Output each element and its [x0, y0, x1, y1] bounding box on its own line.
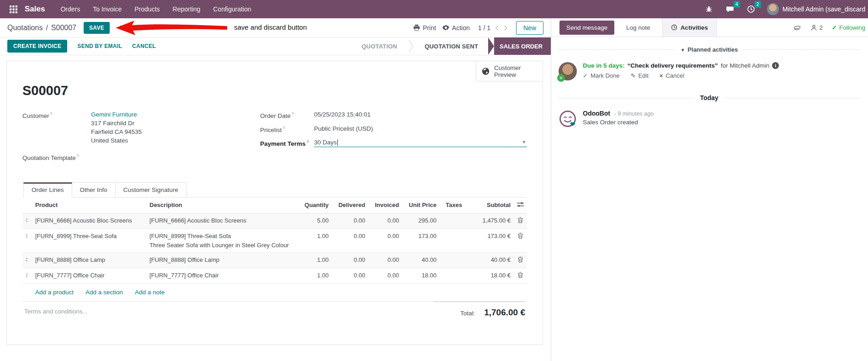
apps-grid-icon[interactable] [5, 0, 21, 18]
table-row[interactable]: ▲▼[FURN_7777] Office Chair[FURN_7777] Of… [22, 268, 527, 283]
globe-icon [482, 67, 490, 76]
col-quantity: Quantity [298, 197, 331, 213]
table-row[interactable]: ▲▼[FURN_8999] Three-Seat Sofa[FURN_8999]… [22, 228, 527, 252]
customer-preview-label: Customer Preview [494, 64, 537, 78]
followers-button[interactable]: 2 [810, 24, 822, 31]
followers-person-icon [810, 24, 817, 31]
total-value: 1,706.00 € [484, 308, 525, 318]
status-bar: CREATE INVOICE SEND BY EMAIL CANCEL QUOT… [0, 37, 551, 55]
cell-quantity: 5.00 [298, 213, 331, 228]
breadcrumb-quotations[interactable]: Quotations [7, 24, 43, 32]
nav-item-reporting[interactable]: Reporting [166, 1, 207, 17]
activity-due: Due in 5 days: [583, 62, 625, 69]
action-button[interactable]: Action [442, 24, 470, 32]
cancel-activity-button[interactable]: ×Cancel [660, 72, 684, 79]
delete-row-button[interactable] [513, 228, 527, 252]
order-title: S00007 [22, 83, 527, 98]
stage-sales-order[interactable]: SALES ORDER [494, 37, 551, 55]
attachments-button[interactable] [794, 24, 801, 32]
divider-line [743, 49, 860, 50]
save-button[interactable]: SAVE [84, 22, 110, 34]
nav-item-configuration[interactable]: Configuration [207, 1, 257, 17]
add-a-section-link[interactable]: Add a section [85, 289, 123, 296]
delete-row-button[interactable] [513, 252, 527, 268]
add-a-note-link[interactable]: Add a note [135, 289, 165, 296]
table-row[interactable]: ▲▼[FURN_8888] Office Lamp[FURN_8888] Off… [22, 252, 527, 268]
table-row[interactable]: ▲▼[FURN_6666] Acoustic Bloc Screens[FURN… [22, 213, 527, 228]
cell-description: [FURN_6666] Acoustic Bloc Screens [147, 213, 298, 228]
following-label: Following [839, 24, 865, 31]
order-date-value[interactable]: 05/25/2023 15:40:01 [314, 111, 371, 119]
pager-next-icon[interactable] [504, 25, 508, 31]
cell-taxes [439, 268, 462, 283]
help-marker: ? [77, 154, 79, 158]
edit-activity-button[interactable]: ✎Edit [630, 72, 648, 79]
discard-button[interactable]: DISCARD [120, 25, 146, 31]
user-menu[interactable]: Mitchell Admin (save_discard [767, 3, 865, 15]
cell-description: [FURN_8888] Office Lamp [147, 252, 298, 268]
tab-order-lines[interactable]: Order Lines [23, 182, 72, 197]
collapse-caret-icon: ▼ [681, 48, 685, 53]
row-drag-handle[interactable]: ▲▼ [22, 213, 32, 228]
terms-and-conditions-field[interactable]: Terms and conditions... [24, 308, 88, 318]
optional-columns-icon[interactable] [517, 202, 524, 207]
customer-link[interactable]: Gemini Furniture [91, 111, 142, 118]
customer-preview-button[interactable]: Customer Preview [476, 61, 543, 81]
stage-separator-icon [407, 37, 415, 55]
create-invoice-button[interactable]: CREATE INVOICE [7, 40, 67, 53]
send-message-button[interactable]: Send message [559, 21, 614, 35]
check-icon: ✓ [583, 72, 588, 79]
mark-done-button[interactable]: ✓Mark Done [583, 72, 619, 79]
log-note-button[interactable]: Log note [626, 24, 650, 31]
top-navbar: Sales Orders To Invoice Products Reporti… [0, 0, 868, 18]
nav-item-products[interactable]: Products [128, 1, 166, 17]
print-label: Print [423, 24, 436, 32]
pricelist-value[interactable]: Public Pricelist (USD) [314, 125, 373, 133]
pencil-icon: ✎ [630, 72, 635, 79]
nav-item-orders[interactable]: Orders [54, 1, 86, 17]
gear-icon [442, 24, 449, 31]
trash-icon [517, 256, 523, 263]
divider-line [559, 49, 675, 50]
user-avatar [767, 3, 779, 15]
col-invoiced: Invoiced [368, 197, 402, 213]
following-button[interactable]: ✓ Following [832, 24, 865, 31]
row-drag-handle[interactable]: ▲▼ [22, 252, 32, 268]
delete-row-button[interactable] [513, 268, 527, 283]
tab-customer-signature[interactable]: Customer Signature [116, 182, 186, 197]
stage-quotation[interactable]: QUOTATION [351, 37, 407, 55]
messages-icon[interactable]: 4 [725, 4, 735, 14]
row-drag-handle[interactable]: ▲▼ [22, 268, 32, 283]
col-subtotal: Subtotal [462, 197, 513, 213]
planned-activities-toggle[interactable]: ▼ Planned activities [559, 46, 860, 53]
print-button[interactable]: Print [413, 24, 436, 32]
debug-bug-icon[interactable] [704, 4, 714, 14]
tab-other-info[interactable]: Other Info [72, 182, 116, 197]
cell-product: [FURN_6666] Acoustic Bloc Screens [32, 213, 147, 228]
row-drag-handle[interactable]: ▲▼ [22, 228, 32, 252]
message-author[interactable]: OdooBot [583, 110, 610, 117]
cell-invoiced: 0.00 [368, 268, 402, 283]
dropdown-caret-icon[interactable]: ▼ [522, 140, 526, 144]
payment-terms-input[interactable]: 30 Days ▼ [314, 139, 527, 147]
cell-subtotal: 18.00 € [462, 268, 513, 283]
order-lines-table: Product Description Quantity Delivered I… [22, 197, 527, 284]
activities-tab[interactable]: Activities [662, 18, 717, 37]
activities-clock-icon[interactable]: 2 [746, 4, 756, 14]
pager-previous-icon[interactable] [495, 25, 499, 31]
new-button[interactable]: New [516, 21, 543, 35]
cancel-button[interactable]: CANCEL [132, 43, 156, 49]
activity-item: ≡ Due in 5 days: “Check delivery require… [559, 62, 860, 80]
info-icon[interactable]: i [772, 62, 779, 69]
printer-icon [413, 24, 420, 31]
odoobot-avatar [559, 110, 577, 128]
nav-item-to-invoice[interactable]: To Invoice [86, 1, 128, 17]
cell-delivered: 0.00 [331, 268, 368, 283]
add-a-product-link[interactable]: Add a product [35, 289, 74, 296]
app-name[interactable]: Sales [25, 5, 45, 14]
delete-row-button[interactable] [513, 213, 527, 228]
send-by-email-button[interactable]: SEND BY EMAIL [77, 43, 122, 49]
help-marker: ? [282, 126, 285, 130]
active-stage-arrow [488, 37, 494, 55]
stage-quotation-sent[interactable]: QUOTATION SENT [415, 37, 488, 55]
